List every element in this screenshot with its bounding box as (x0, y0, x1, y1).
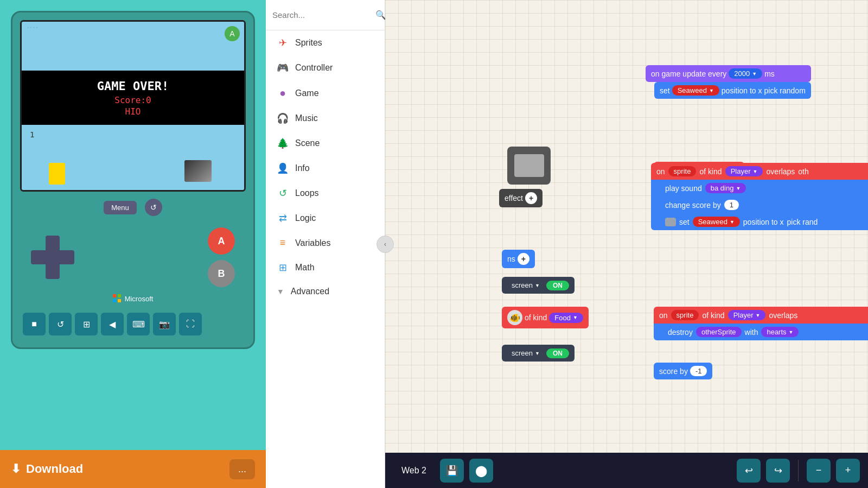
other-sprite-label: otherSprite (696, 327, 742, 337)
scene-icon: 🌲 (277, 137, 289, 149)
monitor-block[interactable] (507, 147, 551, 185)
download-button[interactable]: ⬇ Download (11, 462, 83, 476)
button-b[interactable]: B (208, 260, 235, 287)
screen-toggle-1[interactable]: screen▼ ON (502, 277, 575, 294)
variables-label: Variables (295, 238, 331, 248)
game-screen-bottom: 1 (22, 125, 244, 190)
sidebar-item-sprites[interactable]: ✈ Sprites (266, 30, 385, 55)
score-neg-row[interactable]: score by -1 (654, 363, 712, 379)
prev-button[interactable]: ◀ (101, 313, 124, 335)
seaweed-dropdown[interactable]: Seaweed (672, 85, 719, 96)
restart-button[interactable]: ↺ (49, 313, 72, 335)
effect-block[interactable]: effect + (499, 189, 542, 207)
play-sound-row[interactable]: play sound ba ding▼ (651, 180, 868, 197)
te-food-row[interactable]: 🐠 of kind Food▼ (502, 307, 589, 328)
game-icon: ● (277, 87, 289, 99)
food-dropdown[interactable]: Food▼ (549, 313, 583, 323)
player-dropdown-2[interactable]: Player▼ (725, 166, 763, 176)
sidebar: 🔍 ✈ Sprites 🎮 Controller ● Game 🎧 Music … (266, 0, 385, 488)
sprite-player-header[interactable]: on sprite of kind Player▼ overlaps oth (651, 163, 868, 180)
refresh-button[interactable]: ↺ (145, 199, 162, 216)
effect-plus-button[interactable]: + (525, 192, 537, 204)
screen-toggle-row-1[interactable]: screen▼ ON (502, 277, 575, 294)
screen-dropdown-1[interactable]: screen▼ (507, 280, 544, 290)
advanced-arrow-icon: ▼ (277, 287, 284, 296)
dpad-center (44, 249, 61, 266)
zoom-in-button[interactable]: + (836, 459, 860, 483)
redo-button[interactable]: ↪ (766, 459, 790, 483)
github-button[interactable]: ⬤ (469, 459, 493, 483)
math-icon: ⊞ (277, 262, 289, 274)
on-toggle-2[interactable]: ON (546, 348, 569, 358)
sidebar-item-scene[interactable]: 🌲 Scene (266, 131, 385, 156)
effect-row[interactable]: effect + (499, 189, 542, 207)
on-game-update-block[interactable]: on game update every 2000 ms set Seaweed… (646, 65, 811, 99)
undo-button[interactable]: ↩ (737, 459, 761, 483)
sidebar-item-game[interactable]: ● Game (266, 80, 385, 106)
zoom-out-button[interactable]: − (807, 459, 831, 483)
coding-area[interactable]: on game update every 2000 ms set Seaweed… (385, 0, 868, 488)
bottom-bar: Web 2 💾 ⬤ ↩ ↪ − + (385, 453, 868, 488)
screen-toggle-2[interactable]: screen▼ ON (502, 345, 575, 362)
sidebar-item-music[interactable]: 🎧 Music (266, 106, 385, 131)
hearts-dropdown[interactable]: hearts▼ (761, 327, 799, 337)
sidebar-item-math[interactable]: ⊞ Math (266, 255, 385, 280)
set-seaweed-row-2[interactable]: set Seaweed▼ position to x pick rand (651, 213, 868, 230)
sprite-player-block-group[interactable]: on sprite of kind Player▼ overlaps oth p… (651, 163, 868, 230)
sidebar-item-variables[interactable]: ≡ Variables (266, 231, 385, 255)
button-a[interactable]: A (208, 227, 235, 255)
comment-icon (665, 218, 676, 226)
food-sprite-icon: 🐠 (507, 310, 522, 325)
ns-block[interactable]: ns + (502, 250, 535, 268)
expand-button[interactable]: ⛶ (179, 313, 202, 335)
on-toggle-1[interactable]: ON (546, 281, 569, 290)
screen-dropdown-2[interactable]: screen▼ (507, 348, 544, 358)
te-food-block[interactable]: 🐠 of kind Food▼ (502, 307, 589, 328)
destroy-row[interactable]: destroy otherSprite with hearts▼ (654, 324, 868, 340)
score-neg-block[interactable]: score by -1 (654, 363, 712, 379)
monitor-screen (514, 154, 544, 177)
camera-button[interactable]: 📷 (153, 313, 176, 335)
search-input[interactable] (272, 10, 375, 20)
search-bar: 🔍 (266, 0, 385, 30)
change-score-label: change score by (665, 201, 721, 210)
fullscreen-button[interactable]: ⊞ (75, 313, 98, 335)
sidebar-item-loops[interactable]: ↺ Loops (266, 181, 385, 206)
destroy-label: destroy (668, 328, 693, 337)
ms-value-dropdown[interactable]: 2000 (729, 68, 762, 79)
project-name: Web 2 (393, 463, 435, 478)
ns-row[interactable]: ns + (502, 250, 535, 268)
save-button[interactable]: 💾 (440, 459, 464, 483)
stop-button[interactable]: ■ (23, 313, 46, 335)
game-over-screen: GAME OVER! Score:0 HIO (22, 71, 244, 125)
menu-button[interactable]: Menu (104, 201, 137, 214)
change-score-row[interactable]: change score by 1 (651, 197, 868, 213)
bading-dropdown[interactable]: ba ding▼ (705, 183, 746, 193)
sidebar-item-info[interactable]: 👤 Info (266, 156, 385, 181)
game-label: Game (295, 88, 319, 98)
score-text: Score:0 (114, 95, 151, 105)
dpad[interactable] (31, 236, 74, 279)
pick-rand-2: pick rand (787, 218, 818, 226)
more-options-button[interactable]: ... (229, 459, 255, 479)
info-label: Info (295, 163, 310, 173)
sidebar-item-advanced[interactable]: ▼ Advanced (266, 280, 385, 303)
sprite-food-block-group[interactable]: on sprite of kind Player▼ overlaps destr… (654, 307, 868, 340)
sidebar-item-logic[interactable]: ⇄ Logic (266, 206, 385, 231)
ab-buttons: A B (208, 227, 235, 287)
overlaps-label: overlaps (766, 167, 795, 176)
screen-toggle-row-2[interactable]: screen▼ ON (502, 345, 575, 362)
ns-plus-button[interactable]: + (518, 253, 529, 265)
seaweed-dropdown-2[interactable]: Seaweed▼ (693, 217, 740, 227)
ns-label: ns (507, 255, 515, 263)
game-update-row[interactable]: on game update every 2000 ms (646, 65, 811, 82)
on-label-3: on (659, 311, 668, 320)
sidebar-collapse-button[interactable]: ‹ (376, 236, 394, 253)
set-label-2: set (679, 218, 690, 226)
keyboard-button[interactable]: ⌨ (127, 313, 150, 335)
player-dropdown-3[interactable]: Player▼ (728, 310, 766, 320)
sprite-food-header[interactable]: on sprite of kind Player▼ overlaps (654, 307, 868, 324)
sidebar-item-controller[interactable]: 🎮 Controller (266, 55, 385, 80)
overlaps-label-3: overlaps (769, 311, 797, 320)
set-seaweed-row[interactable]: set Seaweed position to x pick random (654, 82, 811, 99)
